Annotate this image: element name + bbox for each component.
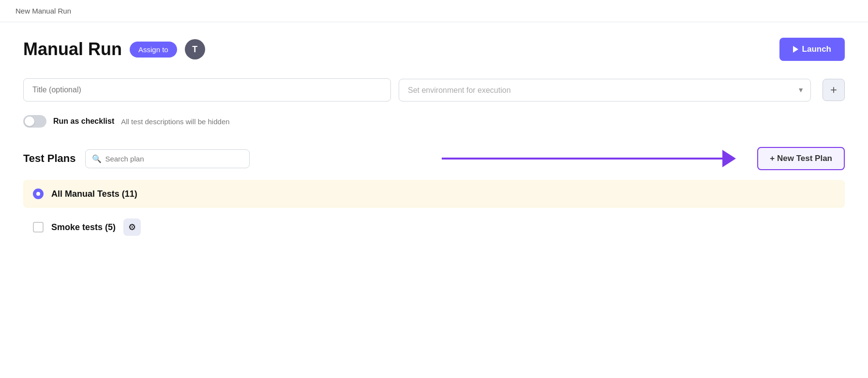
avatar[interactable]: T — [185, 39, 205, 59]
radio-all-manual-tests[interactable] — [33, 189, 44, 199]
assign-to-button[interactable]: Assign to — [130, 42, 177, 58]
breadcrumb-new-manual-run: New Manual Run — [15, 7, 71, 15]
checklist-label: Run as checklist — [53, 117, 114, 126]
gear-icon: ⚙ — [128, 222, 136, 233]
checklist-description: All test descriptions will be hidden — [121, 117, 229, 126]
page-title: Manual Run — [23, 39, 122, 59]
toggle-knob — [25, 116, 34, 126]
test-plan-name-all: All Manual Tests (11) — [51, 189, 137, 199]
test-plan-list: All Manual Tests (11) Smoke tests (5) ⚙ — [23, 180, 845, 245]
play-icon — [793, 46, 798, 53]
add-environment-button[interactable]: + — [823, 79, 845, 101]
test-plan-name-smoke: Smoke tests (5) — [51, 222, 116, 233]
smoke-tests-gear-button[interactable]: ⚙ — [123, 218, 141, 236]
environment-select[interactable]: Set environment for execution — [399, 79, 811, 102]
launch-button[interactable]: Launch — [779, 38, 845, 61]
arrow-indicator — [442, 150, 736, 167]
test-plan-item-smoke[interactable]: Smoke tests (5) ⚙ — [23, 210, 845, 245]
radio-inner — [36, 192, 40, 196]
new-test-plan-button[interactable]: + New Test Plan — [757, 147, 845, 170]
checkbox-smoke-tests[interactable] — [33, 222, 44, 233]
search-plan-input[interactable] — [85, 149, 250, 168]
checklist-toggle[interactable] — [23, 115, 46, 128]
test-plan-item-all[interactable]: All Manual Tests (11) — [23, 180, 845, 208]
test-plans-section-title: Test Plans — [23, 152, 75, 165]
title-input[interactable] — [23, 78, 391, 102]
